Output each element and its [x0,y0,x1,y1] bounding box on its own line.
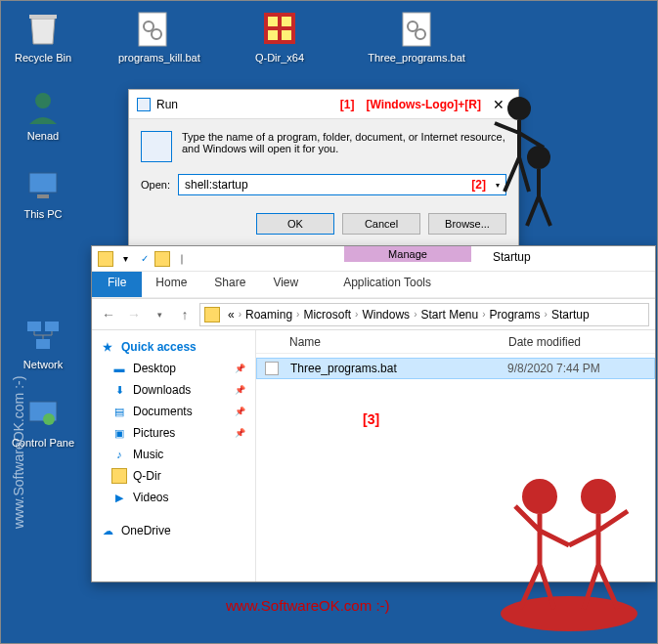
svg-point-23 [527,146,550,169]
run-title-text: Run [156,98,334,111]
user-icon [23,87,63,126]
pin-icon: 📌 [235,428,245,438]
network-icon [23,316,63,355]
file-row[interactable]: Three_programs.bat 9/8/2020 7:44 PM [256,358,655,379]
svg-rect-7 [282,30,291,40]
open-label: Open: [141,179,170,191]
downloads-icon: ⬇ [111,382,127,398]
desktop-icon-recycle-bin[interactable]: Recycle Bin [9,7,77,64]
desktop-icon-label: This PC [9,208,77,220]
svg-point-11 [35,93,51,108]
cancel-button[interactable]: Cancel [342,213,420,235]
sidebar-item-label: Downloads [133,383,191,397]
pin-icon: 📌 [235,407,245,416]
desktop-icon: ▬ [111,361,127,376]
folder-icon [111,468,127,484]
svg-rect-12 [29,173,57,193]
desktop-icon-programs-kill[interactable]: programs_kill.bat [118,7,187,64]
sidebar-item-label: Music [133,448,163,461]
svg-rect-6 [268,30,278,40]
sidebar-item-onedrive[interactable]: ☁OneDrive [92,520,255,541]
ok-button[interactable]: OK [256,213,334,235]
sidebar-item-label: Quick access [121,340,197,354]
folder-icon [98,251,113,267]
manage-group-label: Manage [344,246,471,262]
svg-point-20 [522,479,557,514]
share-tab[interactable]: Share [200,272,259,297]
col-name[interactable]: Name [285,335,508,349]
file-date: 9/8/2020 7:44 PM [507,362,654,375]
breadcrumb-item[interactable]: Microsoft [299,308,355,322]
view-tab[interactable]: View [259,272,312,297]
desktop-icon-qdir[interactable]: Q-Dir_x64 [245,7,314,64]
folder-icon [154,251,170,267]
decorative-figure [491,438,647,633]
run-dialog-titlebar[interactable]: Run [1] [Windows-Logo]+[R] ✕ [129,90,518,119]
sidebar-item-label: Documents [133,405,193,418]
breadcrumb-item[interactable]: Roaming [241,308,296,322]
control-panel-icon [23,394,63,433]
annotation-1: [1] [340,98,355,111]
sidebar-item-downloads[interactable]: ⬇Downloads📌 [92,379,255,401]
file-name: Three_programs.bat [286,362,507,375]
nav-recent-dropdown[interactable]: ▾ [149,304,170,325]
sidebar-item-music[interactable]: ♪Music [92,444,255,465]
desktop-icon-nenad[interactable]: Nenad [9,85,77,142]
open-input[interactable] [179,175,471,194]
shortcut-label: [Windows-Logo]+[R] [366,98,481,111]
breadcrumb-item[interactable]: Programs [486,308,545,322]
sidebar-item-videos[interactable]: ▶Videos [92,487,255,508]
run-dialog: Run [1] [Windows-Logo]+[R] ✕ Type the na… [128,89,519,249]
breadcrumb-item[interactable]: Start Menu [417,308,482,322]
svg-point-18 [43,413,55,425]
qat-dropdown-icon[interactable]: ▾ [116,250,134,268]
vertical-watermark: www.SoftwareOK.com :-) [11,376,26,529]
desktop-icon-label: programs_kill.bat [118,52,187,64]
qdir-icon [260,9,299,48]
sidebar-item-quick-access[interactable]: ★Quick access [92,336,255,358]
svg-point-22 [507,97,531,120]
sidebar-item-desktop[interactable]: ▬Desktop📌 [92,358,255,379]
desktop-icon-label: Recycle Bin [9,52,77,64]
explorer-window-title: Startup [493,250,531,264]
pictures-icon: ▣ [111,425,127,441]
nav-forward-button[interactable]: → [123,304,145,325]
qat-check-icon[interactable]: ✓ [136,250,154,268]
star-icon: ★ [100,339,115,355]
desktop-icon-this-pc[interactable]: This PC [9,163,77,220]
breadcrumb-item[interactable]: Windows [358,308,414,322]
decorative-figure [480,79,568,236]
column-headers: Name Date modified [256,330,655,354]
svg-rect-5 [282,17,291,26]
ribbon-tabs: File Home Share View Application Tools [92,272,655,297]
application-tools-tab[interactable]: Application Tools [329,272,445,297]
explorer-sidebar: ★Quick access ▬Desktop📌 ⬇Downloads📌 ▤Doc… [92,330,256,581]
desktop-icon-three-programs[interactable]: Three_programs.bat [368,7,465,64]
svg-point-21 [581,479,616,514]
breadcrumb-item[interactable]: « [224,308,239,322]
file-tab[interactable]: File [92,272,142,297]
breadcrumb-item[interactable]: Startup [548,308,593,322]
pin-icon: 📌 [235,364,245,373]
home-tab[interactable]: Home [142,272,200,297]
open-combobox[interactable]: [2] ▾ [178,174,506,195]
nav-back-button[interactable]: ← [98,304,119,325]
recycle-bin-icon [23,9,63,48]
folder-icon [204,307,220,322]
sidebar-item-pictures[interactable]: ▣Pictures📌 [92,422,255,444]
desktop-icon-network[interactable]: Network [9,314,77,370]
bat-file-icon [397,9,436,48]
pin-icon: 📌 [235,385,245,395]
nav-up-button[interactable]: ↑ [174,304,196,325]
bat-file-icon [133,9,172,48]
sidebar-item-qdir[interactable]: Q-Dir [92,465,255,487]
svg-rect-4 [268,17,278,26]
col-date[interactable]: Date modified [508,335,655,349]
breadcrumb-bar[interactable]: «› Roaming› Microsoft› Windows› Start Me… [199,303,649,326]
documents-icon: ▤ [111,404,127,419]
explorer-navbar: ← → ▾ ↑ «› Roaming› Microsoft› Windows› … [92,299,655,330]
svg-rect-13 [37,194,49,198]
svg-rect-15 [45,322,59,331]
explorer-titlebar[interactable]: ▾ ✓ ｜ Manage Startup [92,246,655,272]
sidebar-item-documents[interactable]: ▤Documents📌 [92,401,255,422]
